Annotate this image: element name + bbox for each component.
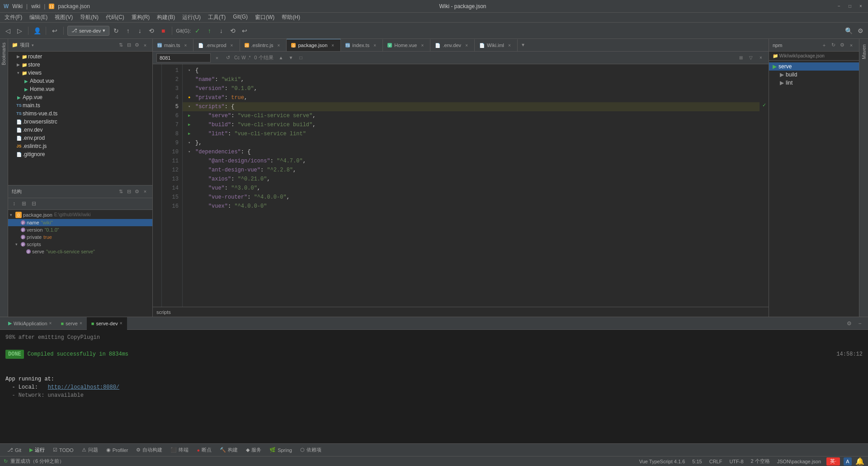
tab-env-prod[interactable]: 📄 .env.prod × [193,39,240,51]
menu-run[interactable]: 运行(U) [179,13,203,22]
settings-small-icon[interactable]: ⚙ [133,42,141,49]
sort-icon[interactable]: ⇅ [117,42,124,49]
git-rollback-icon[interactable]: ↩ [240,26,250,36]
menu-view[interactable]: 视图(V) [52,13,75,22]
settings-struct-icon[interactable]: ⚙ [133,188,141,195]
terminal-tab-serve-dev[interactable]: ■ serve-dev × [87,317,127,330]
close-serve-dev-tab[interactable]: × [120,321,123,326]
close-tab-pkg[interactable]: × [330,42,336,48]
stop-icon[interactable]: ■ [158,26,168,36]
tree-item-env-prod[interactable]: 📄 .env.prod [8,134,152,142]
breadcrumb-text[interactable]: scripts [156,309,171,315]
terminal-tab-serve[interactable]: ■ serve × [56,317,86,330]
issues-btn[interactable]: ⚠ 问题 [78,445,102,455]
npm-settings-btn[interactable]: ⚙ [838,41,846,49]
clear-search-btn[interactable]: × [212,53,222,62]
select-all-btn[interactable]: □ [297,54,305,62]
minimize-btn[interactable]: − [835,3,843,10]
tree-item-main-ts[interactable]: TS main.ts [8,101,152,109]
npm-refresh-btn[interactable]: ↻ [829,41,837,49]
local-url[interactable]: http://localhost:8080/ [48,384,119,390]
utf8-item[interactable]: UTF-8 [727,459,745,464]
history-icon[interactable]: ⟲ [146,26,156,36]
fold-l1[interactable]: ▾ [188,66,195,75]
bookmarks-label[interactable]: Bookmarks [0,39,7,69]
tree-item-gitignore[interactable]: 📄 .gitignore [8,150,152,158]
npm-add-btn[interactable]: + [820,41,828,49]
crlf-item[interactable]: CRLF [708,459,724,464]
translate-badge[interactable]: A [844,457,852,466]
menu-code[interactable]: 代码(C) [103,13,127,22]
prev-result-btn[interactable]: ↺ [223,53,232,62]
menu-window[interactable]: 窗口(W) [252,13,277,22]
close-serve-tab[interactable]: × [80,321,82,326]
close-panel-icon[interactable]: × [142,42,149,49]
input-lang-badge[interactable]: 英· [826,457,840,466]
git-fetch-icon[interactable]: ↓ [216,26,226,36]
struct-package-json[interactable]: ▾ {} package.json E:\github\Wiki\wiki [8,211,152,219]
profile-icon[interactable]: 👤 [32,26,42,36]
tab-package-json[interactable]: {} package.json × [287,39,341,51]
struct-private[interactable]: p private true [8,233,152,241]
sort-struct-icon[interactable]: ⇅ [117,188,124,195]
back-icon[interactable]: ◁ [3,26,13,36]
run-l6[interactable]: ▶ [188,111,195,120]
close-tab-wiki[interactable]: × [506,42,513,48]
menu-build[interactable]: 构建(B) [154,13,178,22]
spaces-item[interactable]: 2 个空格 [749,458,772,465]
tree-item-about[interactable]: ▶ About.vue [8,77,152,85]
spring-btn[interactable]: 🌿 Spring [266,445,296,455]
menu-help[interactable]: 帮助(H) [279,13,303,22]
tree-item-store[interactable]: ▶ 📁 store [8,61,152,69]
push-icon[interactable]: ↑ [123,26,133,36]
git-check-icon[interactable]: ✓ [193,26,203,36]
npm-close-btn[interactable]: × [847,41,855,49]
fold-l5[interactable]: ▾ [188,102,195,111]
run-btn[interactable]: ▶ 运行 [26,445,48,455]
menu-nav[interactable]: 导航(N) [77,13,101,22]
struct-version[interactable]: p version "0.1.0" [8,226,152,233]
close-tab-main[interactable]: × [182,42,189,48]
git-history-icon[interactable]: ⟲ [228,26,238,36]
line-col-item[interactable]: 5:15 [690,459,703,464]
fold-l9[interactable]: ▾ [188,138,195,147]
tab-home-vue[interactable]: V Home.vue × [383,39,430,51]
search-everywhere-icon[interactable]: 🔍 [844,26,854,36]
npm-build-item[interactable]: ▶ build [769,71,859,79]
tree-item-env-dev[interactable]: 📄 .env.dev [8,126,152,134]
close-tab-eslintrc[interactable]: × [275,42,282,48]
prev-match-btn[interactable]: ▲ [277,54,285,62]
pull-icon[interactable]: ↓ [135,26,145,36]
close-wiki-tab[interactable]: × [49,321,52,326]
close-search-btn[interactable]: × [757,54,765,62]
todo-btn[interactable]: ☑ TODO [49,445,77,455]
search-input[interactable] [156,53,211,62]
auto-build-btn[interactable]: ⚙ 自动构建 [132,445,166,455]
close-struct-icon[interactable]: × [142,188,149,195]
struct-sort-btn[interactable]: ↕ [10,200,18,208]
next-match-btn[interactable]: ▼ [287,54,295,62]
breakpoints-btn[interactable]: ● 断点 [193,445,215,455]
git-btn[interactable]: ⎇ Git [4,445,25,455]
run-l7[interactable]: ▶ [188,120,195,129]
more-tabs-btn[interactable]: ▾ [518,39,528,51]
terminal-settings-btn[interactable]: ⚙ [844,319,854,328]
tree-item-home[interactable]: ▶ Home.vue [8,85,152,93]
notification-icon[interactable]: 🔔 [855,457,864,466]
close-tab-env-prod[interactable]: × [229,42,235,48]
terminal-hide-btn[interactable]: − [855,319,864,328]
close-tab-index[interactable]: × [372,42,378,48]
revert-icon[interactable]: ↩ [50,26,60,36]
git-push-icon[interactable]: ↑ [204,26,214,36]
tree-item-browserslistrc[interactable]: 📄 .browserslistrc [8,118,152,126]
menu-refactor[interactable]: 重构(R) [129,13,153,22]
menu-file[interactable]: 文件(F) [2,13,25,22]
menu-items[interactable]: 文件(F) 编辑(E) 视图(V) 导航(N) 代码(C) 重构(R) 构建(B… [2,13,303,22]
menu-edit[interactable]: 编辑(E) [27,13,50,22]
fold-l10[interactable]: ▾ [188,147,195,157]
tab-eslintrc[interactable]: JS .eslintrc.js × [240,39,287,51]
close-btn[interactable]: × [857,3,864,10]
menu-git[interactable]: Git(G) [230,13,250,22]
terminal-tab-wiki[interactable]: ▶ WikiApplication × [4,317,56,330]
tab-main-ts[interactable]: TS main.ts × [153,39,193,51]
